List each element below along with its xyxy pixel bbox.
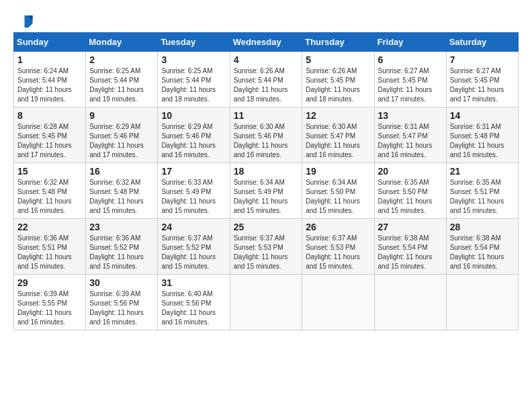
day-info: Sunrise: 6:37 AM Sunset: 5:53 PM Dayligh…	[234, 234, 299, 271]
calendar-cell: 6Sunrise: 6:27 AM Sunset: 5:45 PM Daylig…	[374, 52, 446, 107]
logo-icon	[13, 13, 34, 30]
day-number: 15	[17, 166, 82, 177]
day-info: Sunrise: 6:26 AM Sunset: 5:45 PM Dayligh…	[306, 66, 370, 104]
day-info: Sunrise: 6:36 AM Sunset: 5:52 PM Dayligh…	[89, 234, 154, 271]
calendar-week-1: 1Sunrise: 6:24 AM Sunset: 5:44 PM Daylig…	[14, 52, 519, 107]
weekday-header-friday: Friday	[374, 33, 446, 52]
weekday-header-monday: Monday	[86, 33, 158, 52]
day-number: 11	[234, 110, 299, 121]
day-number: 3	[161, 54, 226, 65]
calendar-week-3: 15Sunrise: 6:32 AM Sunset: 5:48 PM Dayli…	[14, 163, 519, 219]
calendar-cell: 27Sunrise: 6:38 AM Sunset: 5:54 PM Dayli…	[374, 219, 446, 275]
calendar-week-4: 22Sunrise: 6:36 AM Sunset: 5:51 PM Dayli…	[14, 219, 519, 275]
day-number: 12	[306, 110, 370, 121]
calendar-cell: 10Sunrise: 6:29 AM Sunset: 5:46 PM Dayli…	[158, 107, 230, 163]
calendar-cell	[374, 275, 446, 330]
day-number: 29	[17, 277, 82, 288]
day-info: Sunrise: 6:37 AM Sunset: 5:53 PM Dayligh…	[306, 234, 370, 271]
day-number: 18	[234, 166, 299, 177]
logo	[13, 13, 36, 30]
day-number: 30	[89, 277, 154, 288]
calendar-cell: 20Sunrise: 6:35 AM Sunset: 5:50 PM Dayli…	[374, 163, 446, 219]
day-number: 9	[89, 110, 154, 121]
day-info: Sunrise: 6:27 AM Sunset: 5:45 PM Dayligh…	[450, 66, 515, 104]
day-info: Sunrise: 6:34 AM Sunset: 5:49 PM Dayligh…	[234, 178, 299, 216]
day-number: 23	[89, 222, 154, 232]
calendar-cell: 25Sunrise: 6:37 AM Sunset: 5:53 PM Dayli…	[230, 219, 302, 275]
calendar-cell	[230, 275, 302, 330]
day-number: 28	[450, 222, 515, 232]
day-number: 1	[17, 54, 82, 65]
calendar-cell: 15Sunrise: 6:32 AM Sunset: 5:48 PM Dayli…	[14, 163, 86, 219]
day-number: 26	[306, 222, 370, 232]
calendar-cell: 26Sunrise: 6:37 AM Sunset: 5:53 PM Dayli…	[302, 219, 374, 275]
day-number: 22	[17, 222, 82, 232]
day-info: Sunrise: 6:36 AM Sunset: 5:51 PM Dayligh…	[17, 234, 82, 271]
day-info: Sunrise: 6:27 AM Sunset: 5:45 PM Dayligh…	[378, 66, 443, 104]
day-info: Sunrise: 6:39 AM Sunset: 5:56 PM Dayligh…	[89, 289, 154, 327]
day-number: 25	[234, 222, 299, 232]
day-number: 6	[378, 54, 443, 65]
calendar-cell	[446, 275, 518, 330]
calendar-cell: 21Sunrise: 6:35 AM Sunset: 5:51 PM Dayli…	[446, 163, 518, 219]
day-number: 20	[378, 166, 443, 177]
day-info: Sunrise: 6:29 AM Sunset: 5:46 PM Dayligh…	[89, 122, 154, 160]
calendar-cell: 9Sunrise: 6:29 AM Sunset: 5:46 PM Daylig…	[86, 107, 158, 163]
weekday-header-tuesday: Tuesday	[158, 33, 230, 52]
day-number: 16	[89, 166, 154, 177]
calendar-week-5: 29Sunrise: 6:39 AM Sunset: 5:55 PM Dayli…	[14, 275, 519, 330]
calendar-cell: 31Sunrise: 6:40 AM Sunset: 5:56 PM Dayli…	[158, 275, 230, 330]
weekday-header-sunday: Sunday	[14, 33, 86, 52]
calendar-cell: 3Sunrise: 6:25 AM Sunset: 5:44 PM Daylig…	[158, 52, 230, 107]
day-info: Sunrise: 6:24 AM Sunset: 5:44 PM Dayligh…	[17, 66, 82, 104]
day-number: 27	[378, 222, 443, 232]
calendar-cell: 2Sunrise: 6:25 AM Sunset: 5:44 PM Daylig…	[86, 52, 158, 107]
day-number: 31	[161, 277, 226, 288]
day-info: Sunrise: 6:31 AM Sunset: 5:48 PM Dayligh…	[450, 122, 515, 160]
day-number: 7	[450, 54, 515, 65]
day-info: Sunrise: 6:40 AM Sunset: 5:56 PM Dayligh…	[161, 289, 226, 327]
calendar-cell: 11Sunrise: 6:30 AM Sunset: 5:46 PM Dayli…	[230, 107, 302, 163]
calendar-cell: 18Sunrise: 6:34 AM Sunset: 5:49 PM Dayli…	[230, 163, 302, 219]
day-info: Sunrise: 6:32 AM Sunset: 5:48 PM Dayligh…	[17, 178, 82, 216]
day-info: Sunrise: 6:39 AM Sunset: 5:55 PM Dayligh…	[17, 289, 82, 327]
day-info: Sunrise: 6:38 AM Sunset: 5:54 PM Dayligh…	[378, 234, 443, 271]
weekday-header-row: SundayMondayTuesdayWednesdayThursdayFrid…	[14, 33, 519, 52]
day-number: 8	[17, 110, 82, 121]
day-number: 14	[450, 110, 515, 121]
weekday-header-thursday: Thursday	[302, 33, 374, 52]
day-info: Sunrise: 6:26 AM Sunset: 5:44 PM Dayligh…	[234, 66, 299, 104]
calendar-cell: 14Sunrise: 6:31 AM Sunset: 5:48 PM Dayli…	[446, 107, 518, 163]
calendar-cell: 19Sunrise: 6:34 AM Sunset: 5:50 PM Dayli…	[302, 163, 374, 219]
calendar-cell: 24Sunrise: 6:37 AM Sunset: 5:52 PM Dayli…	[158, 219, 230, 275]
day-number: 4	[234, 54, 299, 65]
day-info: Sunrise: 6:29 AM Sunset: 5:46 PM Dayligh…	[161, 122, 226, 160]
calendar-cell: 7Sunrise: 6:27 AM Sunset: 5:45 PM Daylig…	[446, 52, 518, 107]
calendar-cell: 1Sunrise: 6:24 AM Sunset: 5:44 PM Daylig…	[14, 52, 86, 107]
day-info: Sunrise: 6:30 AM Sunset: 5:47 PM Dayligh…	[306, 122, 370, 160]
calendar-cell: 16Sunrise: 6:32 AM Sunset: 5:48 PM Dayli…	[86, 163, 158, 219]
calendar-cell: 30Sunrise: 6:39 AM Sunset: 5:56 PM Dayli…	[86, 275, 158, 330]
day-number: 13	[378, 110, 443, 121]
day-info: Sunrise: 6:28 AM Sunset: 5:45 PM Dayligh…	[17, 122, 82, 160]
calendar-cell: 5Sunrise: 6:26 AM Sunset: 5:45 PM Daylig…	[302, 52, 374, 107]
day-info: Sunrise: 6:30 AM Sunset: 5:46 PM Dayligh…	[234, 122, 299, 160]
calendar-cell	[302, 275, 374, 330]
day-info: Sunrise: 6:35 AM Sunset: 5:51 PM Dayligh…	[450, 178, 515, 216]
day-info: Sunrise: 6:34 AM Sunset: 5:50 PM Dayligh…	[306, 178, 370, 216]
day-info: Sunrise: 6:25 AM Sunset: 5:44 PM Dayligh…	[161, 66, 226, 104]
page-header	[13, 13, 519, 30]
weekday-header-saturday: Saturday	[446, 33, 518, 52]
day-info: Sunrise: 6:37 AM Sunset: 5:52 PM Dayligh…	[161, 234, 226, 271]
calendar-cell: 17Sunrise: 6:33 AM Sunset: 5:49 PM Dayli…	[158, 163, 230, 219]
day-number: 10	[161, 110, 226, 121]
calendar-cell: 12Sunrise: 6:30 AM Sunset: 5:47 PM Dayli…	[302, 107, 374, 163]
calendar-cell: 8Sunrise: 6:28 AM Sunset: 5:45 PM Daylig…	[14, 107, 86, 163]
weekday-header-wednesday: Wednesday	[230, 33, 302, 52]
day-info: Sunrise: 6:32 AM Sunset: 5:48 PM Dayligh…	[89, 178, 154, 216]
calendar-cell: 29Sunrise: 6:39 AM Sunset: 5:55 PM Dayli…	[14, 275, 86, 330]
day-info: Sunrise: 6:38 AM Sunset: 5:54 PM Dayligh…	[450, 234, 515, 271]
day-number: 21	[450, 166, 515, 177]
calendar-cell: 23Sunrise: 6:36 AM Sunset: 5:52 PM Dayli…	[86, 219, 158, 275]
day-number: 17	[161, 166, 226, 177]
